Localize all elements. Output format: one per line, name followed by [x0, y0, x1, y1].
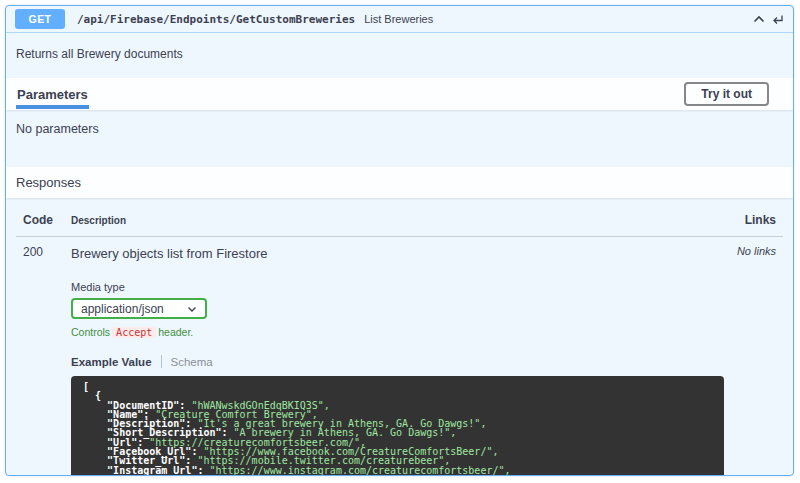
- column-header-links: Links: [724, 213, 776, 227]
- responses-title: Responses: [16, 167, 81, 198]
- no-links-text: No links: [724, 245, 776, 476]
- example-code-block[interactable]: [ { "DocumentID": "hWANwskdGOnEdqBKIQ3S"…: [71, 376, 724, 476]
- responses-table-header: Code Description Links: [16, 206, 783, 237]
- response-code: 200: [23, 245, 71, 476]
- column-header-code: Code: [23, 213, 71, 227]
- operation-summary[interactable]: GET /api/Firebase/Endpoints/GetCustomBre…: [6, 6, 793, 33]
- chevron-up-icon[interactable]: [752, 13, 766, 26]
- return-arrow-icon[interactable]: [771, 13, 784, 26]
- media-type-selected-value: application/json: [81, 302, 164, 316]
- tab-example-value[interactable]: Example Value: [71, 356, 152, 368]
- operation-path: /api/Firebase/Endpoints/GetCustomBreweri…: [77, 13, 355, 26]
- media-type-select[interactable]: application/json: [71, 298, 207, 319]
- operation-summary-text: List Breweries: [364, 13, 433, 25]
- tab-schema[interactable]: Schema: [171, 356, 213, 368]
- response-description: Brewery objects list from Firestore: [71, 246, 724, 261]
- tabs-divider: [161, 355, 162, 368]
- responses-section-header: Responses: [6, 167, 793, 198]
- try-it-out-button[interactable]: Try it out: [684, 82, 769, 106]
- response-row: 200 Brewery objects list from Firestore …: [16, 237, 783, 476]
- chevron-down-icon: [187, 302, 197, 316]
- accept-header-code: Accept: [112, 327, 156, 338]
- example-schema-tabs: Example Value Schema: [71, 355, 724, 368]
- tab-parameters[interactable]: Parameters: [16, 80, 89, 109]
- column-header-description: Description: [71, 213, 724, 227]
- operation-description: Returns all Brewery documents: [6, 33, 793, 78]
- example-code: [ { "DocumentID": "hWANwskdGOnEdqBKIQ3S"…: [83, 382, 712, 476]
- accept-message-suffix: header.: [158, 326, 193, 338]
- operation-block: GET /api/Firebase/Endpoints/GetCustomBre…: [5, 5, 794, 476]
- accept-message-prefix: Controls: [71, 326, 110, 338]
- method-badge: GET: [15, 9, 65, 29]
- media-type-label: Media type: [71, 281, 724, 293]
- response-description-cell: Brewery objects list from Firestore Medi…: [71, 245, 724, 476]
- responses-table: Code Description Links 200 Brewery objec…: [6, 198, 793, 476]
- parameters-section-header: Parameters Try it out: [6, 78, 793, 110]
- no-parameters-text: No parameters: [6, 110, 793, 167]
- accept-control-message: ControlsAcceptheader.: [71, 326, 724, 338]
